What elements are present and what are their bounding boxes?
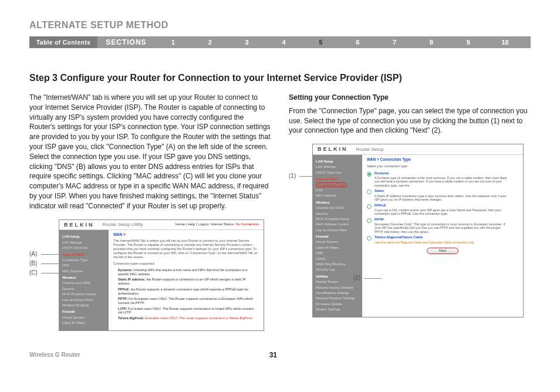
- callout-a: (A): [29, 250, 37, 258]
- nav-toc[interactable]: Table of Contents: [29, 36, 97, 48]
- right-column: Setting your Connection Type From the "C…: [289, 93, 531, 331]
- radio-icon[interactable]: [367, 218, 372, 223]
- callout-1: (1): [289, 172, 296, 180]
- product-name: Wireless G Router: [29, 352, 80, 358]
- option-static[interactable]: StaticA Static IP address connection typ…: [367, 189, 518, 201]
- shot2-main: WAN > Connection Type Select your connec…: [362, 155, 523, 317]
- right-subheading: Setting your Connection Type: [289, 93, 531, 103]
- option-dynamic[interactable]: DynamicA Dynamic type of connection is t…: [367, 171, 518, 188]
- nav-item-7[interactable]: 7: [376, 36, 413, 48]
- nav-item-6[interactable]: 6: [339, 36, 376, 48]
- left-column: The "Internet/WAN" tab is where you will…: [29, 93, 271, 331]
- nav-item-2[interactable]: 2: [191, 36, 228, 48]
- radio-icon[interactable]: [367, 190, 372, 194]
- option-pppoe[interactable]: PPPoEIf you use a DSL modem and/or your …: [367, 204, 518, 216]
- right-paragraph: From the "Connection Type" page, you can…: [289, 106, 531, 136]
- nav-item-8[interactable]: 8: [413, 36, 450, 48]
- shot1-top-links: Home | Help | Logout Internet Status: No…: [176, 222, 259, 227]
- callout-b: (B): [29, 259, 37, 268]
- callout-c: (C): [29, 269, 38, 277]
- shot1-breadcrumb: WAN >: [113, 232, 259, 237]
- shot1-title: Router Setup Utility: [103, 222, 143, 228]
- option-telstra[interactable]: Telstra Bigpond/Optus CableUse this opti…: [367, 235, 518, 244]
- brand-logo: BELKIN: [318, 146, 348, 153]
- radio-icon[interactable]: [367, 172, 372, 177]
- radio-icon[interactable]: [367, 236, 372, 241]
- screenshot-connection-type: BELKIN Router Setup LAN Setup LAN Settin…: [312, 144, 524, 317]
- nav-item-1[interactable]: 1: [155, 36, 192, 48]
- shot2-breadcrumb: WAN > Connection Type: [367, 157, 518, 162]
- shot2-sidebar: LAN Setup LAN Settings DHCP Client List …: [313, 155, 362, 317]
- step-heading: Step 3 Configure your Router for Connect…: [29, 73, 531, 83]
- left-paragraph: The "Internet/WAN" tab is where you will…: [29, 93, 271, 211]
- shot1-sidebar: LAN Setup LAN Settings DHCP Client List …: [59, 230, 109, 330]
- nav-item-5[interactable]: 5: [302, 36, 339, 48]
- section-title: ALTERNATE SETUP METHOD: [29, 20, 531, 31]
- nav-item-3[interactable]: 3: [228, 36, 265, 48]
- callout-2: (2): [353, 274, 360, 282]
- nav-item-10[interactable]: 10: [487, 36, 531, 48]
- brand-logo: BELKIN: [64, 222, 95, 228]
- nav-item-9[interactable]: 9: [450, 36, 487, 48]
- shot1-main: WAN > The Internet/WAN Tab is where you …: [109, 230, 264, 330]
- page-footer: Wireless G Router 31: [29, 351, 531, 359]
- screenshot-wan-tab: BELKIN Router Setup Utility Home | Help …: [59, 219, 264, 331]
- page-number: 31: [269, 351, 277, 359]
- nav-item-4[interactable]: 4: [265, 36, 302, 48]
- shot2-title: Router Setup: [356, 147, 384, 153]
- radio-icon[interactable]: [367, 204, 372, 209]
- nav-sections-label: SECTIONS: [97, 36, 154, 48]
- next-button[interactable]: Next: [427, 248, 458, 254]
- section-navbar: Table of Contents SECTIONS 1 2 3 4 5 6 7…: [29, 36, 531, 48]
- option-pptp[interactable]: PPTP[European Countries Only]. This type…: [367, 218, 518, 234]
